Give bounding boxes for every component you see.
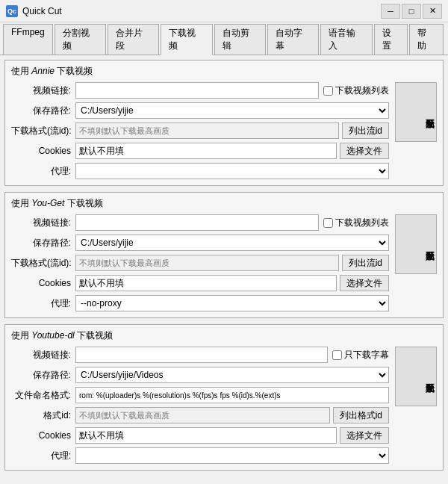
ytdl-section: 使用 Youtube-dl 下载视频 视频链接: 只下载字幕 保存路径: C:/…	[4, 324, 444, 471]
title-bar: Qc Quick Cut ─ □ ✕	[0, 0, 448, 22]
ytdl-path-label: 保存路径:	[11, 369, 71, 382]
youget-url-row: 视频链接: 下载视频列表	[11, 214, 389, 231]
annie-path-select[interactable]: C:/Users/yijie	[75, 102, 389, 119]
youget-proxy-select[interactable]: --no-proxy	[75, 295, 389, 311]
ytdl-path-select[interactable]: C:/Users/yijie/Videos	[75, 367, 389, 383]
ytdl-format-input[interactable]	[75, 407, 330, 424]
youget-format-input[interactable]	[75, 255, 339, 271]
tab-ffmpeg[interactable]: FFmpeg	[3, 24, 53, 55]
tab-voice-input[interactable]: 语音输入	[320, 24, 372, 55]
ytdl-path-row: 保存路径: C:/Users/yijie/Videos	[11, 367, 389, 383]
annie-path-label: 保存路径:	[11, 105, 71, 117]
annie-url-checkbox[interactable]	[323, 86, 333, 96]
youget-cookies-label: Cookies	[11, 278, 71, 288]
annie-url-input[interactable]	[75, 82, 319, 99]
youget-cookies-row: Cookies 选择文件	[11, 275, 389, 291]
tab-split[interactable]: 分割视频	[55, 24, 106, 55]
youget-section-title: 使用 You-Get 下载视频	[11, 197, 437, 210]
annie-section-title: 使用 Annie 下载视频	[11, 65, 437, 78]
ytdl-proxy-label: 代理:	[11, 450, 71, 462]
ytdl-url-checkbox[interactable]	[332, 350, 342, 360]
ytdl-url-input[interactable]	[75, 347, 328, 363]
ytdl-filename-label: 文件命名格式:	[11, 389, 71, 402]
youget-path-row: 保存路径: C:/Users/yijie	[11, 235, 389, 251]
ytdl-row-with-btn: 视频链接: 只下载字幕 保存路径: C:/Users/yijie/Videos …	[11, 347, 437, 464]
maximize-button[interactable]: □	[402, 4, 421, 19]
youget-format-row: 下载格式(流id): 列出流id	[11, 255, 389, 271]
annie-format-input[interactable]	[75, 122, 339, 139]
youget-path-select[interactable]: C:/Users/yijie	[75, 235, 389, 251]
ytdl-list-formats-button[interactable]: 列出格式id	[333, 407, 389, 424]
minimize-button[interactable]: ─	[381, 4, 400, 19]
ytdl-filename-row: 文件命名格式:	[11, 387, 389, 403]
ytdl-proxy-select[interactable]	[75, 447, 389, 464]
app-title: Quick Cut	[22, 6, 381, 16]
window-controls: ─ □ ✕	[381, 4, 442, 19]
annie-form-body: 视频链接: 下载视频列表 保存路径: C:/Users/yijie	[11, 82, 389, 179]
tab-merge[interactable]: 合并片段	[108, 24, 159, 55]
youget-proxy-row: 代理: --no-proxy	[11, 295, 389, 311]
ytdl-url-checkbox-label: 只下载字幕	[332, 349, 389, 362]
annie-list-streams-button[interactable]: 列出流id	[342, 122, 389, 139]
youget-list-streams-button[interactable]: 列出流id	[342, 255, 389, 271]
youget-path-label: 保存路径:	[11, 237, 71, 249]
tab-auto-cut[interactable]: 自动剪辑	[214, 24, 266, 55]
annie-format-row: 下载格式(流id): 列出流id	[11, 122, 389, 139]
annie-path-row: 保存路径: C:/Users/yijie	[11, 102, 389, 119]
annie-url-row: 视频链接: 下载视频列表	[11, 82, 389, 99]
youget-url-label: 视频链接:	[11, 217, 71, 229]
app-icon: Qc	[6, 5, 18, 17]
ytdl-start-button[interactable]: 开始下载视频	[395, 347, 437, 406]
nav-bar: FFmpeg 分割视频 合并片段 下载视频 自动剪辑 自动字幕 语音输入 设置 …	[0, 22, 448, 55]
annie-proxy-select[interactable]	[75, 163, 389, 179]
youget-url-checkbox[interactable]	[323, 218, 333, 228]
tab-download[interactable]: 下载视频	[161, 24, 212, 55]
annie-cookies-input[interactable]	[75, 143, 337, 159]
ytdl-url-row: 视频链接: 只下载字幕	[11, 347, 389, 363]
ytdl-proxy-row: 代理:	[11, 447, 389, 464]
annie-section: 使用 Annie 下载视频 视频链接: 下载视频列表 保存路径: C:/U	[4, 60, 444, 186]
ytdl-cookies-row: Cookies 选择文件	[11, 427, 389, 444]
ytdl-form-body: 视频链接: 只下载字幕 保存路径: C:/Users/yijie/Videos …	[11, 347, 389, 464]
close-button[interactable]: ✕	[423, 4, 442, 19]
ytdl-section-title: 使用 Youtube-dl 下载视频	[11, 329, 437, 342]
ytdl-cookies-file-button[interactable]: 选择文件	[340, 427, 389, 444]
tab-settings[interactable]: 设置	[374, 24, 408, 55]
annie-cookies-file-button[interactable]: 选择文件	[340, 143, 389, 159]
youget-cookies-file-button[interactable]: 选择文件	[340, 275, 389, 291]
tab-help[interactable]: 帮助	[409, 24, 444, 55]
annie-cookies-label: Cookies	[11, 146, 71, 156]
annie-proxy-row: 代理:	[11, 163, 389, 179]
ytdl-url-label: 视频链接:	[11, 349, 71, 362]
youget-form-body: 视频链接: 下载视频列表 保存路径: C:/Users/yijie 下载格式(流…	[11, 214, 389, 311]
ytdl-cookies-label: Cookies	[11, 430, 71, 441]
youget-cookies-input[interactable]	[75, 275, 337, 291]
main-content: 使用 Annie 下载视频 视频链接: 下载视频列表 保存路径: C:/U	[0, 55, 448, 484]
annie-format-label: 下载格式(流id):	[11, 125, 71, 137]
annie-start-button[interactable]: 开始下载视频	[395, 82, 437, 142]
annie-row-with-btn: 视频链接: 下载视频列表 保存路径: C:/Users/yijie	[11, 82, 437, 179]
annie-url-checkbox-label: 下载视频列表	[323, 84, 389, 97]
youget-proxy-label: 代理:	[11, 297, 71, 310]
ytdl-filename-input[interactable]	[75, 387, 389, 403]
annie-proxy-label: 代理:	[11, 165, 71, 178]
youget-section: 使用 You-Get 下载视频 视频链接: 下载视频列表 保存路径: C:/Us…	[4, 192, 444, 318]
youget-start-button[interactable]: 开始下载视频	[395, 214, 437, 274]
tab-auto-sub[interactable]: 自动字幕	[267, 24, 319, 55]
ytdl-cookies-input[interactable]	[75, 427, 337, 444]
ytdl-format-row: 格式id: 列出格式id	[11, 407, 389, 424]
youget-format-label: 下载格式(流id):	[11, 257, 71, 270]
youget-row-with-btn: 视频链接: 下载视频列表 保存路径: C:/Users/yijie 下载格式(流…	[11, 214, 437, 311]
annie-url-label: 视频链接:	[11, 84, 71, 97]
youget-url-checkbox-label: 下载视频列表	[323, 217, 389, 229]
ytdl-format-label: 格式id:	[11, 409, 71, 422]
annie-cookies-row: Cookies 选择文件	[11, 143, 389, 159]
youget-url-input[interactable]	[75, 214, 319, 231]
